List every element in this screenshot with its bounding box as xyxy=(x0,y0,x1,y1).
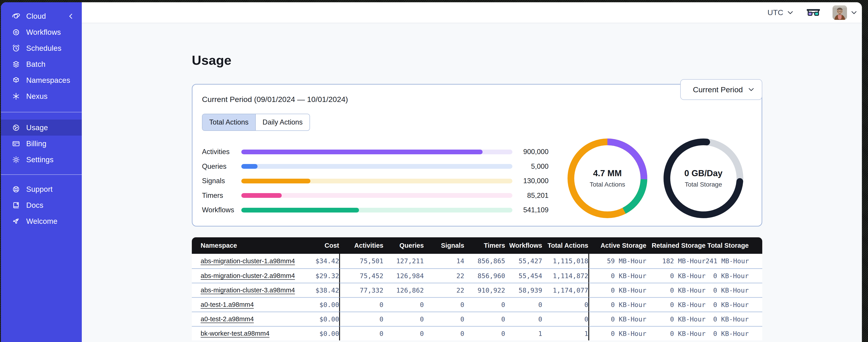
glasses-button[interactable] xyxy=(807,8,820,18)
table-cell: 0 KB-Hour xyxy=(588,283,646,297)
sidebar-item-label: Settings xyxy=(26,156,54,164)
namespace-link[interactable]: a0-test-1.a98mm4 xyxy=(200,301,254,308)
tab-daily-actions[interactable]: Daily Actions xyxy=(255,114,309,130)
sidebar-item-label: Namespaces xyxy=(26,76,70,84)
table-row: a0-test-2.a98mm4$0.000000000 KB-Hour0 KB… xyxy=(192,312,762,326)
bar-label: Activities xyxy=(202,148,241,156)
table-cell: $34.42 xyxy=(296,254,339,268)
namespace-cell: a0-test-1.a98mm4 xyxy=(192,297,296,312)
table-cell: 0 xyxy=(505,297,542,312)
table-cell: 1 xyxy=(542,326,588,340)
table-cell: 0 KB-Hour xyxy=(588,268,646,283)
usage-icon xyxy=(12,124,20,132)
sidebar-item-schedules[interactable]: Schedules xyxy=(1,40,82,56)
table-cell: 0 xyxy=(424,326,464,340)
column-header-activities: Activities xyxy=(339,237,383,254)
column-header-cost: Cost xyxy=(296,237,339,254)
table-cell: 75,501 xyxy=(339,254,383,268)
sidebar-item-usage[interactable]: Usage xyxy=(1,119,82,136)
nexus-icon xyxy=(12,92,20,101)
table-cell: 0 xyxy=(339,312,383,326)
table-cell: 1 xyxy=(505,326,542,340)
sidebar-item-batch[interactable]: Batch xyxy=(1,56,82,72)
table-row: abs-migration-cluster-1.a98mm4$34.4275,5… xyxy=(192,254,762,268)
table-cell: 0 KB-Hour xyxy=(646,297,706,312)
bar-track xyxy=(241,179,513,183)
sidebar-header-label: Cloud xyxy=(26,12,46,21)
cloud-icon xyxy=(12,12,20,21)
table-cell: 856,865 xyxy=(464,254,505,268)
table-cell: 59 MB-Hour xyxy=(588,254,646,268)
chevron-left-icon[interactable] xyxy=(67,12,75,20)
avatar xyxy=(833,5,847,20)
timezone-selector[interactable]: UTC xyxy=(764,8,794,17)
sidebar-item-label: Welcome xyxy=(26,217,57,226)
namespaces-icon xyxy=(12,76,20,84)
table-cell: 75,452 xyxy=(339,268,383,283)
column-header-queries: Queries xyxy=(383,237,424,254)
table-cell: 0 KB-Hour xyxy=(588,312,646,326)
welcome-icon xyxy=(12,217,20,226)
actions-tab-group: Total ActionsDaily Actions xyxy=(202,114,310,131)
column-header-timers: Timers xyxy=(464,237,505,254)
sidebar-item-label: Docs xyxy=(26,201,43,210)
bar-track xyxy=(241,164,513,169)
namespace-cell: abs-migration-cluster-2.a98mm4 xyxy=(192,268,296,283)
bar-fill xyxy=(241,179,310,183)
table-cell: 0 KB-Hour xyxy=(646,283,706,297)
period-selector-button[interactable]: Current Period xyxy=(680,79,762,100)
column-header-retained-storage: Retained Storage xyxy=(646,237,706,254)
namespace-link[interactable]: bk-worker-test.a98mm4 xyxy=(200,330,270,337)
sidebar-divider xyxy=(1,112,82,112)
table-cell: 58,939 xyxy=(505,283,542,297)
namespace-cell: bk-worker-test.a98mm4 xyxy=(192,326,296,340)
sidebar-item-workflows[interactable]: Workflows xyxy=(1,24,82,40)
table-cell: 0 xyxy=(383,312,424,326)
sidebar-item-support[interactable]: Support xyxy=(1,181,82,197)
card-title: Current Period (09/01/2024 — 10/01/2024) xyxy=(202,95,752,104)
sidebar-header[interactable]: Cloud xyxy=(1,8,82,24)
bar-track xyxy=(241,193,513,198)
donut-value: 4.7 MM xyxy=(593,169,622,178)
tab-total-actions[interactable]: Total Actions xyxy=(203,114,255,130)
table-cell: 0 KB-Hour xyxy=(706,312,762,326)
namespace-usage-table: NamespaceCostActivitiesQueriesSignalsTim… xyxy=(192,237,762,340)
table-cell: 0 xyxy=(339,297,383,312)
table-cell: 1,114,872 xyxy=(542,268,588,283)
sidebar-item-settings[interactable]: Settings xyxy=(1,151,82,168)
namespace-link[interactable]: abs-migration-cluster-2.a98mm4 xyxy=(200,272,295,279)
sidebar-item-welcome[interactable]: Welcome xyxy=(1,213,82,229)
sidebar-item-namespaces[interactable]: Namespaces xyxy=(1,72,82,88)
table-cell: 22 xyxy=(424,283,464,297)
table-cell: 0 xyxy=(464,326,505,340)
billing-icon xyxy=(12,139,20,148)
topbar: UTC xyxy=(82,2,862,23)
table-cell: 55,427 xyxy=(505,254,542,268)
table-cell: 0 KB-Hour xyxy=(706,268,762,283)
chevron-down-icon xyxy=(850,9,858,16)
bar-fill xyxy=(241,164,257,169)
table-cell: 0 KB-Hour xyxy=(646,312,706,326)
namespace-link[interactable]: abs-migration-cluster-3.a98mm4 xyxy=(200,286,295,294)
app-window: Cloud WorkflowsSchedulesBatchNamespacesN… xyxy=(1,2,862,342)
sidebar-item-billing[interactable]: Billing xyxy=(1,136,82,151)
namespace-link[interactable]: abs-migration-cluster-1.a98mm4 xyxy=(200,258,295,265)
usage-bar-row: Timers85,201 xyxy=(202,189,549,203)
table-cell: 0 xyxy=(464,297,505,312)
sidebar-item-docs[interactable]: Docs xyxy=(1,197,82,213)
schedules-icon xyxy=(12,44,20,53)
table-cell: 55,454 xyxy=(505,268,542,283)
table-cell: 856,960 xyxy=(464,268,505,283)
sidebar-item-nexus[interactable]: Nexus xyxy=(1,88,82,104)
current-period-card: Current Period (09/01/2024 — 10/01/2024)… xyxy=(192,84,762,227)
bar-label: Timers xyxy=(202,192,241,200)
namespace-cell: abs-migration-cluster-1.a98mm4 xyxy=(192,254,296,268)
table-cell: 22 xyxy=(424,268,464,283)
bar-value: 85,201 xyxy=(513,192,549,200)
donut-value: 0 GB/Day xyxy=(684,169,722,178)
table-cell: 182 MB-Hour xyxy=(646,254,706,268)
table-cell: 1,174,077 xyxy=(542,283,588,297)
user-menu[interactable] xyxy=(833,5,858,20)
namespace-link[interactable]: a0-test-2.a98mm4 xyxy=(200,315,254,322)
support-icon xyxy=(12,185,20,194)
